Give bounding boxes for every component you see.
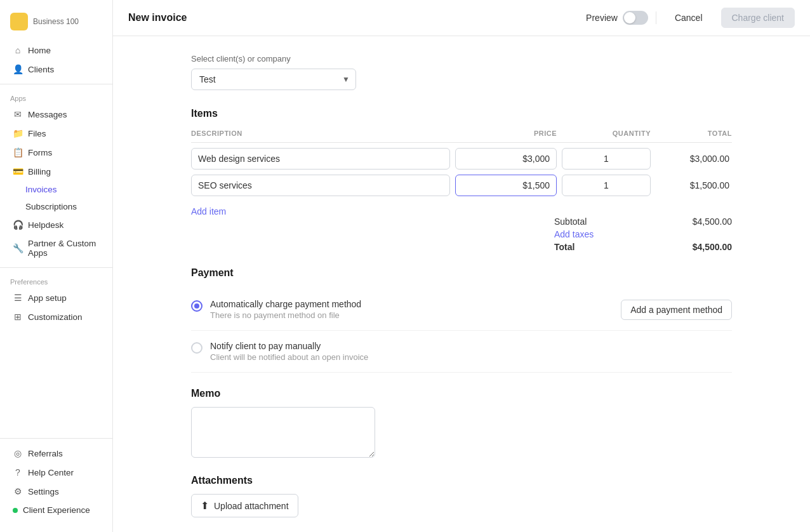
sidebar-item-label: Help Center [28,468,74,477]
items-title: Items [191,108,732,119]
client-select-label: Select client(s) or company [191,54,732,63]
sidebar-item-label: Referrals [28,449,63,458]
item-row: $1,500.00 [191,175,732,196]
charge-client-button[interactable]: Charge client [721,8,795,28]
home-icon: ⌂ [13,45,23,55]
apps-section-label: Apps [0,90,112,105]
upload-icon: ⬆ [201,500,209,512]
brand-name: Business 100 [33,17,79,26]
item-quantity-input[interactable] [562,148,651,170]
item-description-input[interactable] [191,175,450,196]
topbar: New invoice Preview Cancel Charge client [113,0,810,36]
sidebar-item-help-center[interactable]: ? Help Center [3,463,110,482]
sidebar-item-customization[interactable]: ⊞ Customization [3,307,110,326]
sidebar-sub-item-invoices[interactable]: Invoices [3,181,110,198]
sidebar-item-home[interactable]: ⌂ Home [3,41,110,60]
partner-icon: 🔧 [13,243,23,253]
upload-label: Upload attachment [214,501,289,511]
sidebar-item-label: Helpdesk [28,220,63,230]
radio-auto[interactable] [191,300,202,312]
sidebar-item-label: Partner & Custom Apps [28,239,100,258]
memo-title: Memo [191,388,732,399]
cancel-button[interactable]: Cancel [664,8,714,28]
sidebar-item-messages[interactable]: ✉ Messages [3,105,110,124]
sidebar-sub-item-subscriptions[interactable]: Subscriptions [3,198,110,215]
add-taxes-label[interactable]: Add taxes [554,229,594,239]
sidebar-item-label: Forms [28,148,52,157]
upload-attachment-button[interactable]: ⬆ Upload attachment [191,494,298,517]
preview-toggle-switch[interactable] [623,11,648,25]
sidebar-item-label: Settings [28,487,59,496]
sidebar-sub-item-label: Invoices [25,185,57,194]
memo-section: Memo [191,388,732,460]
sidebar-item-referrals[interactable]: ◎ Referrals [3,444,110,463]
payment-option-auto: Automatically charge payment method Ther… [191,289,732,331]
invoice-summary: Subtotal $4,500.00 Add taxes Total $4,50… [554,209,732,252]
sidebar-item-label: Messages [28,110,67,119]
sidebar-item-clients[interactable]: 👤 Clients [3,60,110,79]
item-row: $3,000.00 [191,148,732,170]
taxes-row: Add taxes [554,229,732,239]
sidebar-bottom: ◎ Referrals ? Help Center ⚙ Settings Cli… [0,428,112,524]
main-area: New invoice Preview Cancel Charge client… [113,0,810,532]
sidebar-item-partner[interactable]: 🔧 Partner & Custom Apps [3,234,110,262]
add-payment-method-button[interactable]: Add a payment method [621,300,732,320]
subtotal-row: Subtotal $4,500.00 [554,216,732,227]
invoice-content: Select client(s) or company Test ▼ Items… [176,36,747,532]
col-total: TOTAL [656,130,732,137]
payment-manual-sublabel: Client will be notified about an open in… [210,352,732,362]
col-quantity: QUANTITY [562,130,651,137]
sidebar-item-label: Customization [28,312,83,322]
item-price-input[interactable] [455,175,557,196]
sidebar-item-files[interactable]: 📁 Files [3,124,110,143]
memo-textarea[interactable] [191,407,375,458]
sidebar-item-settings[interactable]: ⚙ Settings [3,482,110,501]
item-description-input[interactable] [191,148,450,170]
add-item-button[interactable]: Add item [191,204,226,219]
payment-option-manual: Notify client to pay manually Client wil… [191,331,732,373]
radio-manual-wrapper[interactable] [191,341,202,354]
files-icon: 📁 [13,128,23,138]
toggle-knob [624,12,635,23]
client-select[interactable]: Test [191,69,356,90]
sidebar-item-label: Files [28,129,46,138]
subtotal-label: Subtotal [554,216,587,227]
preview-toggle-group: Preview [586,11,648,25]
sidebar-item-forms[interactable]: 📋 Forms [3,143,110,162]
settings-icon: ⚙ [13,486,23,496]
items-section: Items DESCRIPTION PRICE QUANTITY TOTAL $… [191,108,732,252]
brand-avatar [10,13,28,30]
item-quantity-input[interactable] [562,175,651,196]
sidebar-item-billing[interactable]: 💳 Billing [3,162,110,181]
radio-manual[interactable] [191,342,202,354]
payment-auto-label: Automatically charge payment method [210,299,613,309]
radio-auto-wrapper[interactable] [191,299,202,312]
preferences-section-label: Preferences [0,273,112,288]
messages-icon: ✉ [13,109,23,119]
sidebar-item-helpdesk[interactable]: 🎧 Helpdesk [3,215,110,234]
payment-section: Payment Automatically charge payment met… [191,267,732,373]
sidebar-item-label: Home [28,46,51,55]
attachments-title: Attachments [191,475,732,486]
app-setup-icon: ☰ [13,293,23,303]
sidebar-item-label: App setup [28,293,67,303]
referrals-icon: ◎ [13,448,23,458]
payment-manual-content: Notify client to pay manually Client wil… [210,341,732,362]
payment-auto-content: Automatically charge payment method Ther… [210,299,613,320]
page-title: New invoice [128,12,187,23]
sidebar-item-app-setup[interactable]: ☰ App setup [3,288,110,307]
sidebar: Business 100 ⌂ Home 👤 Clients Apps ✉ Mes… [0,0,113,532]
items-header: DESCRIPTION PRICE QUANTITY TOTAL [191,130,732,143]
helpdesk-icon: 🎧 [13,220,23,230]
billing-icon: 💳 [13,166,23,176]
sidebar-brand: Business 100 [0,8,112,41]
status-dot [13,508,18,513]
sidebar-nav: ⌂ Home 👤 Clients Apps ✉ Messages 📁 Files… [0,41,112,428]
sidebar-item-client-experience[interactable]: Client Experience [3,501,110,519]
sidebar-item-label: Clients [28,65,54,74]
item-price-input[interactable] [455,148,557,170]
total-amount: $4,500.00 [693,242,732,252]
client-select-wrapper: Test ▼ [191,69,356,90]
total-row: Total $4,500.00 [554,242,732,252]
col-description: DESCRIPTION [191,130,450,137]
